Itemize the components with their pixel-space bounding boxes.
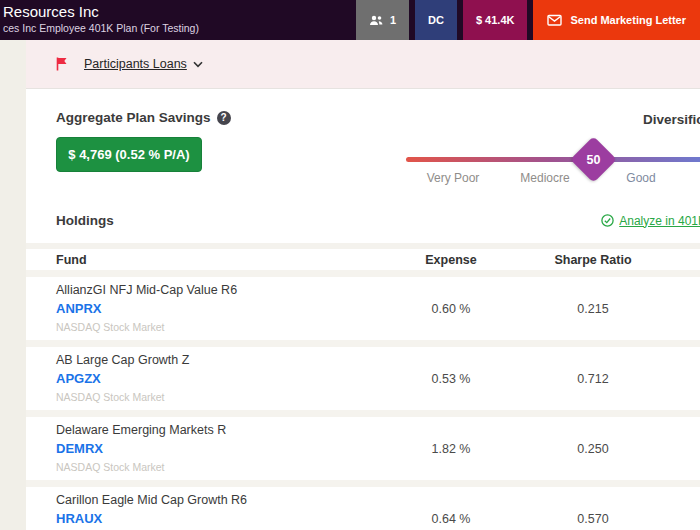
envelope-icon (547, 14, 562, 26)
top-plan-bar: Resources Inc ces Inc Employee 401K Plan… (0, 0, 700, 40)
participants-loans-label: Participants Loans (84, 57, 187, 71)
holdings-heading: Holdings (56, 213, 114, 228)
expense-value: 0.60 % (396, 302, 506, 316)
diversification-score-marker[interactable]: 50 (570, 136, 617, 183)
savings-amount-button[interactable]: $ 4,769 (0.52 % P/A) (56, 137, 202, 172)
holdings-table-header: Fund Expense Sharpe Ratio (26, 249, 700, 277)
fund-name: AllianzGI NFJ Mid-Cap Value R6 (56, 283, 396, 298)
column-header-expense: Expense (396, 253, 506, 267)
column-header-sharpe-ratio: Sharpe Ratio (506, 253, 653, 267)
fund-cell: Carillon Eagle Mid Cap Growth R6 HRAUX N… (26, 493, 396, 530)
diversification-score-value: 50 (587, 153, 601, 167)
plan-subtitle: ces Inc Employee 401K Plan (For Testing) (3, 22, 350, 35)
fund-ticker-link[interactable]: ANPRX (56, 300, 396, 317)
aggregate-savings-label: Aggregate Plan Savings (56, 110, 211, 125)
fund-ticker-link[interactable]: DEMRX (56, 440, 396, 457)
plan-badges: 1 DC $ 41.4K Send Marketing Letter (350, 0, 700, 40)
column-header-fund: Fund (26, 253, 396, 267)
participants-count: 1 (390, 14, 396, 26)
savings-section: Aggregate Plan Savings ? $ 4,769 (0.52 %… (26, 89, 700, 195)
aggregate-savings-heading: Aggregate Plan Savings ? (56, 110, 231, 125)
fund-exchange: NASDAQ Stock Market (56, 391, 396, 404)
flag-icon (54, 56, 70, 72)
participants-loans-bar: Participants Loans (26, 40, 700, 88)
fund-ticker-link[interactable]: APGZX (56, 370, 396, 387)
analyze-in-401k-label: Analyze in 401K (619, 214, 700, 228)
diversification-heading: Diversification (643, 112, 700, 127)
holdings-table-row: AllianzGI NFJ Mid-Cap Value R6 ANPRX NAS… (26, 277, 700, 347)
sharpe-value: 0.712 (506, 372, 653, 386)
fund-exchange: NASDAQ Stock Market (56, 321, 396, 334)
plan-titles: Resources Inc ces Inc Employee 401K Plan… (0, 0, 350, 40)
sharpe-value: 0.570 (506, 512, 653, 526)
send-marketing-letter-button[interactable]: Send Marketing Letter (533, 0, 700, 40)
fund-cell: Delaware Emerging Markets R DEMRX NASDAQ… (26, 423, 396, 474)
participants-count-badge: 1 (356, 0, 409, 40)
fund-name: AB Large Cap Growth Z (56, 353, 396, 368)
scale-label-very-poor: Very Poor (427, 171, 480, 185)
send-marketing-letter-label: Send Marketing Letter (570, 14, 686, 26)
fund-cell: AllianzGI NFJ Mid-Cap Value R6 ANPRX NAS… (26, 283, 396, 334)
fund-ticker-link[interactable]: HRAUX (56, 510, 396, 527)
check-circle-icon (601, 214, 614, 227)
holdings-table: Fund Expense Sharpe Ratio AllianzGI NFJ … (26, 243, 700, 530)
help-icon[interactable]: ? (217, 111, 231, 125)
expense-value: 0.64 % (396, 512, 506, 526)
plan-detail-panel: Participants Loans Aggregate Plan Saving… (26, 40, 700, 530)
sharpe-value: 0.250 (506, 442, 653, 456)
scale-label-mediocre: Mediocre (520, 171, 569, 185)
holdings-table-row: Carillon Eagle Mid Cap Growth R6 HRAUX N… (26, 487, 700, 530)
fund-cell: AB Large Cap Growth Z APGZX NASDAQ Stock… (26, 353, 396, 404)
fund-exchange: NASDAQ Stock Market (56, 461, 396, 474)
diversification-slider-track[interactable] (406, 157, 700, 162)
company-title: Resources Inc (3, 3, 350, 21)
plan-assets-badge: $ 41.4K (463, 0, 528, 40)
participants-loans-link[interactable]: Participants Loans (84, 57, 203, 71)
sharpe-value: 0.215 (506, 302, 653, 316)
fund-name: Delaware Emerging Markets R (56, 423, 396, 438)
chevron-down-icon (193, 61, 203, 68)
expense-value: 1.82 % (396, 442, 506, 456)
holdings-table-row: AB Large Cap Growth Z APGZX NASDAQ Stock… (26, 347, 700, 417)
holdings-table-row: Delaware Emerging Markets R DEMRX NASDAQ… (26, 417, 700, 487)
plan-type-badge: DC (415, 0, 457, 40)
scale-label-good: Good (626, 171, 655, 185)
people-icon (369, 15, 384, 26)
expense-value: 0.53 % (396, 372, 506, 386)
fund-name: Carillon Eagle Mid Cap Growth R6 (56, 493, 396, 508)
holdings-bar: Holdings Analyze in 401K (26, 195, 700, 243)
analyze-in-401k-link[interactable]: Analyze in 401K (601, 214, 700, 228)
plan-summary-card: Aggregate Plan Savings ? $ 4,769 (0.52 %… (26, 88, 700, 529)
